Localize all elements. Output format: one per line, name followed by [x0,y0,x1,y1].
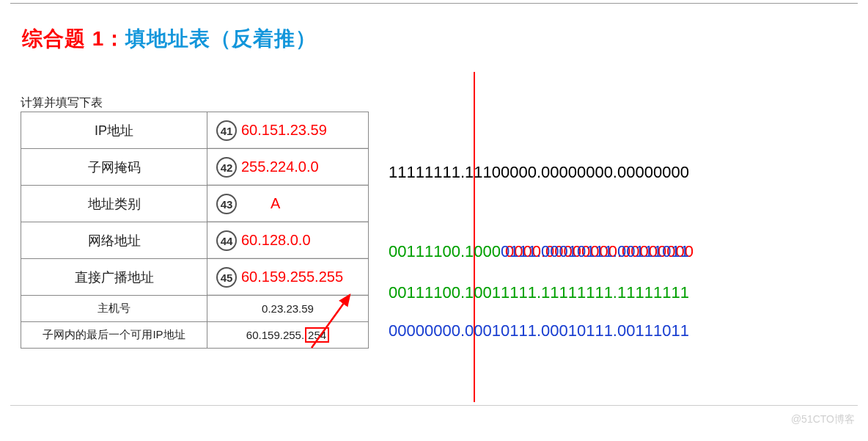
blank-number-44: 44 [216,230,237,251]
binary-network-green: 00111100.1000 [389,242,501,260]
table-row: 子网掩码 42 255.224.0.0 [21,149,369,186]
row-label-lastip: 子网内的最后一个可用IP地址 [21,322,207,349]
row-label-ip: IP地址 [21,112,207,149]
page-bottom-border [10,405,858,406]
row-label-net: 网络地址 [21,222,207,259]
value-lastip-boxed: 254 [305,327,329,343]
binary-broadcast-tail: 1111.11111111.11111111 [501,283,689,302]
row-value-ip: 41 60.151.23.59 [207,112,369,149]
row-value-mask: 42 255.224.0.0 [207,149,369,186]
row-label-mask: 子网掩码 [21,149,207,186]
row-label-bcast: 直接广播地址 [21,259,207,296]
vertical-split-line [474,72,475,402]
page-top-border [10,3,858,4]
answer-net: 60.128.0.0 [241,232,311,249]
watermark: @51CTO博客 [791,413,855,426]
value-lastip-prefix: 60.159.255. [246,329,304,341]
blank-number-42: 42 [216,157,237,178]
table-row: 地址类别 43 A [21,186,369,222]
title-prefix: 综合题 1： [22,27,125,50]
row-value-bcast: 45 60.159.255.255 [207,259,369,296]
binary-host: 00000000.00010111.00010111.00111011 [389,321,689,340]
table-row: IP地址 41 60.151.23.59 [21,112,369,149]
binary-network: 00111100.1000 0000.00000000.00000000 011… [389,242,694,261]
blank-number-41: 41 [216,120,237,141]
table-row: 主机号 0.23.23.59 [21,296,369,322]
binary-network-overlay: 0111.00010111.00111011 [501,242,689,261]
address-table: IP地址 41 60.151.23.59 子网掩码 42 255.224.0.0… [21,112,369,349]
row-value-lastip: 60.159.255.254 [207,322,369,349]
answer-ip: 60.151.23.59 [241,122,327,139]
row-value-class: 43 A [207,186,369,222]
table-row: 网络地址 44 60.128.0.0 [21,222,369,259]
page-title: 综合题 1：填地址表（反着推） [22,25,317,53]
row-label-host: 主机号 [21,296,207,322]
binary-broadcast-green: 00111100.1001 [389,283,501,302]
answer-class: A [271,195,280,212]
row-value-host: 0.23.23.59 [207,296,369,322]
blank-number-45: 45 [216,267,237,288]
value-host: 0.23.23.59 [262,302,314,315]
answer-bcast: 60.159.255.255 [241,269,343,285]
blank-number-43: 43 [216,194,237,214]
table-caption: 计算并填写下表 [21,95,103,111]
row-label-class: 地址类别 [21,186,207,222]
answer-mask: 255.224.0.0 [241,158,319,175]
title-main: 填地址表（反着推） [125,27,317,50]
table-row: 子网内的最后一个可用IP地址 60.159.255.254 [21,322,369,349]
binary-mask: 11111111.11100000.00000000.00000000 [389,163,689,182]
row-value-net: 44 60.128.0.0 [207,222,369,259]
table-row: 直接广播地址 45 60.159.255.255 [21,259,369,296]
binary-broadcast: 00111100.10011111.11111111.11111111 [389,283,689,302]
